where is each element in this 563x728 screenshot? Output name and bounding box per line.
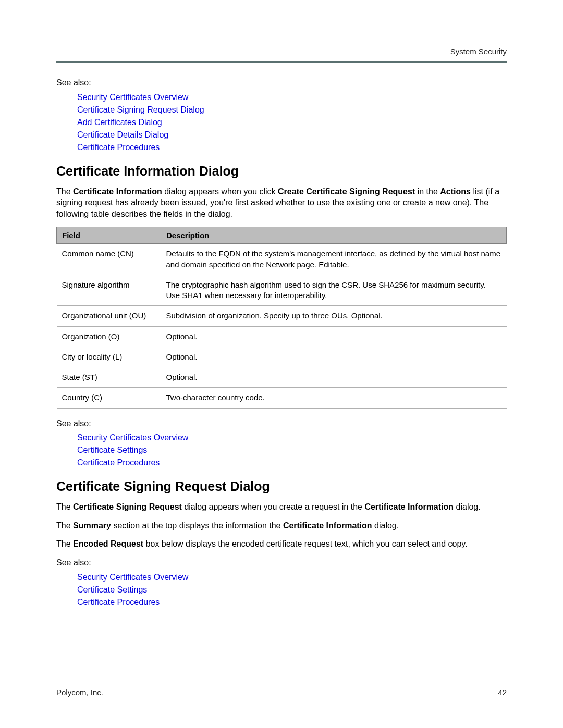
link-certificate-settings[interactable]: Certificate Settings	[77, 446, 147, 454]
field-cell: Organizational unit (OU)	[57, 306, 161, 326]
table-body: Common name (CN) Defaults to the FQDN of…	[57, 244, 507, 408]
table-header-field: Field	[57, 227, 161, 244]
para-text: dialog appears when you create a request…	[182, 502, 364, 511]
table-row: Country (C) Two-character country code.	[57, 388, 507, 408]
para-bold: Certificate Information	[283, 521, 372, 530]
desc-cell: Optional.	[161, 347, 507, 367]
link-security-cert-overview-2[interactable]: Security Certificates Overview	[77, 433, 188, 442]
csr-para-2: The Summary section at the top displays …	[56, 520, 507, 532]
link-security-cert-overview-3[interactable]: Security Certificates Overview	[77, 573, 188, 582]
desc-text: Optional.	[166, 352, 198, 361]
para-bold: Actions	[440, 187, 471, 196]
page-footer: Polycom, Inc. 42	[56, 688, 507, 697]
table-header-description: Description	[161, 227, 507, 244]
desc-text: The cryptographic hash algorithm used to…	[166, 280, 486, 300]
see-also-list-1: Security Certificates Overview Certifica…	[77, 93, 507, 152]
field-cell: Country (C)	[57, 388, 161, 408]
desc-bold: Network	[266, 260, 295, 269]
para-text: dialog appears when you click	[162, 187, 278, 196]
table-row: Organization (O) Optional.	[57, 326, 507, 347]
link-add-certificates-dialog[interactable]: Add Certificates Dialog	[77, 118, 162, 127]
see-also-intro-2: See also:	[56, 418, 507, 429]
heading-cert-signing-request-dialog: Certificate Signing Request Dialog	[56, 479, 507, 494]
cert-info-para: The Certificate Information dialog appea…	[56, 186, 507, 220]
desc-text: page. Editable.	[295, 260, 349, 269]
csr-para-3: The Encoded Request box below displays t…	[56, 538, 507, 550]
table-header-row: Field Description	[57, 227, 507, 244]
desc-text: Two-character country code.	[166, 393, 265, 402]
page-header-section: System Security	[56, 47, 507, 56]
desc-cell: Subdivision of organization. Specify up …	[161, 306, 507, 326]
para-bold: Summary	[73, 521, 111, 530]
para-text: section at the top displays the informat…	[111, 521, 283, 530]
para-text: The	[56, 521, 73, 530]
see-also-list-3: Security Certificates Overview Certifica…	[77, 573, 507, 607]
desc-cell: The cryptographic hash algorithm used to…	[161, 275, 507, 306]
desc-cell: Defaults to the FQDN of the system's man…	[161, 244, 507, 275]
heading-cert-info-dialog: Certificate Information Dialog	[56, 164, 507, 179]
para-text: dialog.	[454, 502, 481, 511]
link-security-cert-overview[interactable]: Security Certificates Overview	[77, 93, 188, 102]
cert-info-fields-table: Field Description Common name (CN) Defau…	[56, 227, 507, 408]
table-row: State (ST) Optional.	[57, 367, 507, 388]
para-bold: Certificate Information	[73, 187, 162, 196]
field-cell: Common name (CN)	[57, 244, 161, 275]
para-text: in the	[415, 187, 440, 196]
desc-text: Optional.	[166, 332, 198, 341]
header-divider	[56, 61, 507, 63]
para-bold: Certificate Signing Request	[73, 502, 182, 511]
para-text: The	[56, 502, 73, 511]
desc-cell: Optional.	[161, 367, 507, 388]
field-cell: Signature algorithm	[57, 275, 161, 306]
link-cert-signing-request-dialog[interactable]: Certificate Signing Request Dialog	[77, 105, 204, 114]
table-row: Common name (CN) Defaults to the FQDN of…	[57, 244, 507, 275]
link-certificate-procedures-2[interactable]: Certificate Procedures	[77, 458, 160, 467]
para-text: The	[56, 539, 73, 548]
link-certificate-procedures[interactable]: Certificate Procedures	[77, 143, 160, 152]
page-content: System Security See also: Security Certi…	[0, 0, 563, 650]
link-certificate-procedures-3[interactable]: Certificate Procedures	[77, 598, 160, 607]
para-bold: Certificate Information	[364, 502, 454, 511]
link-certificate-details-dialog[interactable]: Certificate Details Dialog	[77, 130, 168, 139]
link-certificate-settings-2[interactable]: Certificate Settings	[77, 585, 147, 594]
field-cell: City or locality (L)	[57, 347, 161, 367]
field-cell: Organization (O)	[57, 326, 161, 347]
desc-text: Optional.	[166, 373, 198, 381]
desc-cell: Two-character country code.	[161, 388, 507, 408]
para-text: dialog.	[372, 521, 399, 530]
desc-text: Subdivision of organization. Specify up …	[166, 311, 383, 320]
footer-page-number: 42	[498, 688, 507, 697]
para-bold: Encoded Request	[73, 539, 143, 548]
see-also-list-2: Security Certificates Overview Certifica…	[77, 433, 507, 467]
see-also-intro-3: See also:	[56, 557, 507, 569]
para-text: The	[56, 187, 73, 196]
table-row: Signature algorithm The cryptographic ha…	[57, 275, 507, 306]
desc-cell: Optional.	[161, 326, 507, 347]
para-bold: Create Certificate Signing Request	[278, 187, 415, 196]
table-row: Organizational unit (OU) Subdivision of …	[57, 306, 507, 326]
para-text: box below displays the encoded certifica…	[143, 539, 467, 548]
csr-para-1: The Certificate Signing Request dialog a…	[56, 501, 507, 513]
table-row: City or locality (L) Optional.	[57, 347, 507, 367]
footer-company: Polycom, Inc.	[56, 688, 103, 697]
see-also-intro-1: See also:	[56, 77, 507, 89]
field-cell: State (ST)	[57, 367, 161, 388]
